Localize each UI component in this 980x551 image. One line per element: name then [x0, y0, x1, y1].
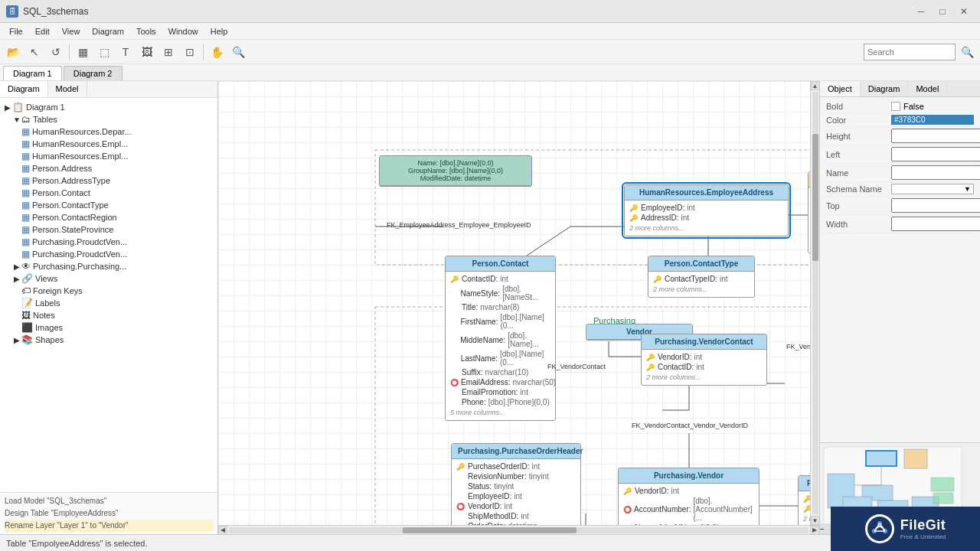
tree-item-shapes[interactable]: ⬛ Images [0, 321, 217, 334]
expand-icon[interactable]: ▶ [3, 103, 12, 112]
width-input[interactable]: 200 [891, 217, 980, 231]
tree-item-tables[interactable]: ▼ 🗂 Tables [0, 113, 217, 126]
left-input[interactable]: 90 [891, 147, 980, 161]
key-icon: 🔑 [456, 463, 466, 471]
text-tool[interactable]: T [116, 42, 136, 62]
maximize-button[interactable]: □ [933, 4, 952, 19]
list-item[interactable]: ▦ Person.AddressType [0, 174, 217, 187]
canvas-area[interactable]: Purchasing FK_EmployeeAddress_Employee_E… [218, 81, 810, 525]
pointer-tool[interactable]: ↖ [24, 42, 44, 62]
table-person-address[interactable]: Person.Address 🔑 AddressID: int ⭕ Addres… [808, 171, 810, 253]
tab-model[interactable]: Model [908, 81, 947, 96]
list-item[interactable]: ▦ Person.ContactRegion [0, 211, 217, 223]
tree-area[interactable]: ▶ 📋 Diagram 1 ▼ 🗂 Tables ▦ HumanResource… [0, 98, 217, 492]
canvas-hscroll[interactable]: ◀ ▶ [218, 525, 819, 534]
menu-window[interactable]: Window [162, 23, 204, 39]
search-button[interactable]: 🔍 [957, 42, 977, 62]
hscroll-left-button[interactable]: ◀ [218, 526, 227, 535]
views-expand-icon[interactable]: ▶ [12, 262, 21, 271]
bold-checkbox[interactable] [891, 102, 900, 111]
list-item[interactable]: ▦ Purchasing.ProudctVen... [0, 236, 217, 248]
table-vendor-address[interactable]: Purchasing.VendorAddress 🔑 VendorID: int… [798, 475, 810, 525]
hscroll-right-button[interactable]: ▶ [810, 526, 819, 535]
tab-model-tree[interactable]: Model [48, 81, 87, 97]
tab-diagram1[interactable]: Diagram 1 [3, 66, 62, 80]
open-button[interactable]: 📂 [3, 42, 23, 62]
redo-button[interactable]: ↺ [46, 42, 66, 62]
height-input[interactable]: 200 [891, 129, 980, 143]
table-body: 🔑 AddressID: int ⭕ AddressLine1: nvarcha… [808, 187, 810, 253]
diagram-tabs: Diagram 1 Diagram 2 [0, 64, 980, 81]
close-button[interactable]: ✕ [954, 4, 974, 19]
add-table-tool[interactable]: ⊞ [158, 42, 178, 62]
search-input[interactable] [864, 44, 956, 60]
tree-item-fkeys[interactable]: ▶ 🔗 Views [0, 272, 217, 285]
nullable-icon: ⭕ [456, 503, 466, 510]
table-column: 🔑 EmployeeID: int [625, 203, 788, 213]
add-view-tool[interactable]: ⊡ [180, 42, 200, 62]
canvas-grid[interactable]: Purchasing FK_EmployeeAddress_Employee_E… [218, 81, 810, 525]
menu-edit[interactable]: Edit [29, 23, 56, 39]
vscroll-thumb[interactable] [812, 134, 818, 261]
schema-dropdown-icon[interactable]: ▼ [964, 185, 971, 193]
menu-view[interactable]: View [56, 23, 87, 39]
tree-item-notes[interactable]: 📝 Labels [0, 297, 217, 309]
pan-tool[interactable]: ✋ [207, 42, 227, 62]
notes-icon: 📝 [21, 298, 33, 308]
tab-object[interactable]: Object [820, 81, 861, 96]
hscroll-thumb[interactable] [403, 527, 577, 533]
menu-tools[interactable]: Tools [130, 23, 162, 39]
tables-expand-icon[interactable]: ▼ [12, 116, 21, 124]
tab-diagram[interactable]: Diagram [861, 81, 909, 96]
name-input[interactable]: table_1 [891, 165, 980, 180]
fk-label-employee: FK_EmployeeAddress_Employee_EmployeeID [387, 221, 531, 229]
vscroll-up-button[interactable]: ▲ [811, 81, 820, 90]
table-column: 🔑 AddressID: int [625, 213, 788, 223]
table-column: City: nvarchar(30) [808, 220, 810, 230]
list-item[interactable]: ▦ Person.Address [0, 162, 217, 174]
vscroll-down-button[interactable]: ▼ [811, 516, 820, 525]
layers-expand-icon[interactable]: ▶ [12, 336, 21, 344]
table-humanresources-group[interactable]: Name: [dbo].[Name](0,0) GroupName: [dbo]… [379, 155, 532, 187]
table-employee-address[interactable]: HumanResources.EmployeeAddress 🔑 Employe… [624, 184, 789, 236]
top-input[interactable]: 110 [891, 198, 980, 213]
table-column: StateProvinceID: int [808, 230, 810, 240]
more-columns: 2 more columns... [648, 284, 754, 295]
view-tool[interactable]: ⬚ [94, 42, 114, 62]
tree-item-labels[interactable]: 🏷 Foreign Keys [0, 285, 217, 297]
tab-diagram2[interactable]: Diagram 2 [64, 66, 122, 80]
tree-item-layers[interactable]: ▶ 📚 Shapes [0, 334, 217, 346]
list-item[interactable]: ▦ Person.StateProvince [0, 223, 217, 236]
table-purchasing-vendor[interactable]: Purchasing.Vendor 🔑 VendorID: int ⭕ Acco… [618, 468, 760, 525]
hscroll-track[interactable] [229, 527, 808, 533]
table-person-contact[interactable]: Person.Contact 🔑 ContactID: int NameStyl… [445, 256, 556, 421]
menu-help[interactable]: Help [204, 23, 234, 39]
table-purchase-order[interactable]: Purchasing.PurchaseOrderHeader 🔑 Purchas… [451, 443, 581, 525]
table-contact-type[interactable]: Person.ContactType 🔑 ContactTypeID: int … [648, 256, 755, 298]
canvas-container: Purchasing FK_EmployeeAddress_Employee_E… [218, 81, 819, 534]
tree-item-diagram1[interactable]: ▶ 📋 Diagram 1 [0, 101, 217, 113]
zoom-tool[interactable]: 🔍 [228, 42, 248, 62]
menu-diagram[interactable]: Diagram [86, 23, 130, 39]
table-vendor-contact[interactable]: Purchasing.VendorContact 🔑 VendorID: int… [641, 334, 767, 386]
fkeys-expand-icon[interactable]: ▶ [12, 275, 21, 283]
list-item[interactable]: ▦ HumanResources.Empl... [0, 150, 217, 162]
image-tool[interactable]: 🖼 [137, 42, 157, 62]
list-item[interactable]: ▦ Person.Contact [0, 187, 217, 199]
tree-item-views[interactable]: ▶ 👁 Purchasing.Purchasing... [0, 260, 217, 272]
zoom-out-button[interactable]: − [820, 525, 825, 533]
tree-item-images[interactable]: 🖼 Notes [0, 309, 217, 321]
canvas-vscroll[interactable]: ▲ ▼ [810, 81, 819, 525]
list-item[interactable]: ▦ Purchasing.ProudctVen... [0, 248, 217, 260]
tab-diagram-tree[interactable]: Diagram [0, 81, 48, 97]
more-columns: 2 more columns... [625, 223, 788, 233]
table-tool[interactable]: ▦ [73, 42, 93, 62]
list-item[interactable]: ▦ HumanResources.Depar... [0, 126, 217, 138]
images-icon: 🖼 [21, 310, 31, 321]
vscroll-track[interactable] [812, 92, 818, 514]
menu-file[interactable]: File [3, 23, 29, 39]
list-item[interactable]: ▦ HumanResources.Empl... [0, 138, 217, 150]
list-item[interactable]: ▦ Person.ContactType [0, 199, 217, 211]
color-swatch[interactable]: #3783C0 [891, 115, 974, 125]
minimize-button[interactable]: ─ [911, 4, 931, 19]
